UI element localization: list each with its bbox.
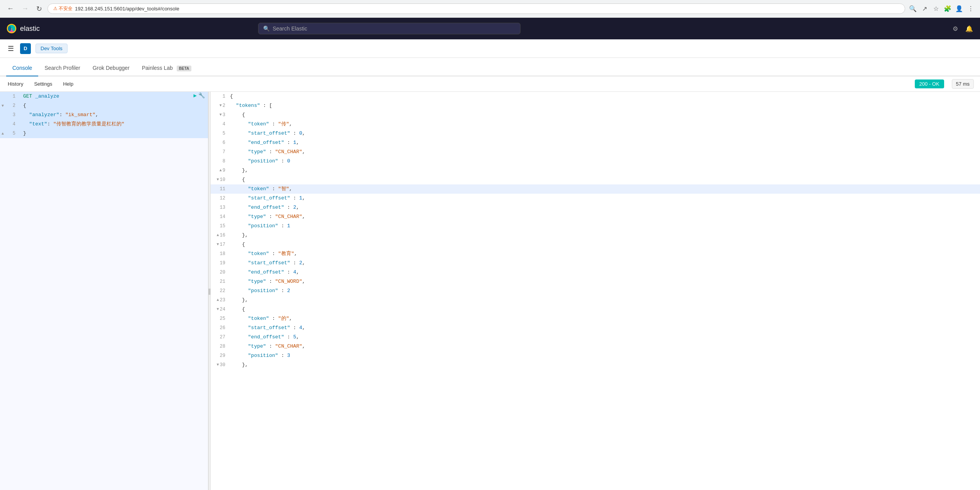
resp-content-25: "token" : "的",: [230, 314, 980, 323]
resp-linenum-28: 28: [211, 342, 230, 351]
settings-icon[interactable]: ⚙: [951, 24, 960, 33]
address-bar[interactable]: ⚠ 不安全 192.168.245.151:5601/app/dev_tools…: [47, 3, 905, 14]
line-number-4: 4: [5, 120, 20, 128]
help-button[interactable]: Help: [61, 80, 75, 88]
elastic-search-bar[interactable]: 🔍 Search Elastic: [258, 23, 520, 34]
fold-btn-2[interactable]: ▼: [2, 104, 4, 108]
resp-line-6: 6 "end_offset" : 1,: [211, 138, 980, 147]
security-warning: ⚠ 不安全: [53, 5, 73, 12]
resp-linenum-16: ▲ 16: [211, 231, 230, 240]
resp-linenum-19: 19: [211, 259, 230, 267]
settings-button[interactable]: Settings: [32, 80, 54, 88]
editor-line-3: 3 "analyzer": "ik_smart",: [0, 110, 208, 120]
resp-line-29: 29 "position" : 3: [211, 351, 980, 360]
profile-icon[interactable]: 👤: [955, 4, 964, 14]
status-badge: 200 - OK: [915, 79, 944, 88]
tab-console[interactable]: Console: [6, 60, 38, 76]
resp-linenum-2: ▼ 2: [211, 101, 230, 110]
resp-line-14: 14 "type" : "CN_CHAR",: [211, 212, 980, 221]
resp-line-30: ▼ 30 },: [211, 360, 980, 370]
resp-linenum-4: 4: [211, 120, 230, 128]
resp-content-5: "start_offset" : 0,: [230, 129, 980, 138]
bookmark-icon[interactable]: ☆: [931, 4, 941, 14]
search-icon[interactable]: 🔍: [908, 4, 917, 14]
notifications-icon[interactable]: 🔔: [965, 24, 974, 33]
svg-point-4: [12, 26, 15, 31]
resp-content-27: "end_offset" : 5,: [230, 333, 980, 341]
fold-2[interactable]: ▼: [220, 101, 222, 110]
resp-content-19: "start_offset" : 2,: [230, 259, 980, 267]
editor-panel[interactable]: 1 GET _analyze ▶ 🔧 ▼ 2 { 3: [0, 92, 208, 490]
tab-grok-debugger-label: Grok Debugger: [93, 65, 130, 71]
fold-btn-5[interactable]: ▲: [2, 132, 4, 136]
forward-button[interactable]: →: [19, 4, 31, 14]
user-avatar[interactable]: D: [20, 43, 31, 54]
resp-line-7: 7 "type" : "CN_CHAR",: [211, 147, 980, 157]
fold-9[interactable]: ▲: [220, 166, 222, 175]
resp-line-1: 1 {: [211, 92, 980, 101]
elastic-logo-text: elastic: [20, 25, 40, 33]
resp-line-19: 19 "start_offset" : 2,: [211, 259, 980, 268]
browser-icons: 🔍 ↗ ☆ 🧩 👤 ⋮: [908, 4, 975, 14]
url-text: 192.168.245.151:5601/app/dev_tools#/cons…: [75, 6, 179, 12]
back-button[interactable]: ←: [5, 4, 16, 14]
search-placeholder: Search Elastic: [273, 25, 307, 32]
resp-line-17: ▼ 17 {: [211, 240, 980, 249]
elastic-logo-icon: [6, 23, 17, 34]
second-bar: ☰ D Dev Tools: [0, 39, 980, 58]
resp-content-15: "position" : 1: [230, 222, 980, 230]
resp-content-28: "type" : "CN_CHAR",: [230, 342, 980, 351]
resp-linenum-25: 25: [211, 314, 230, 323]
reload-button[interactable]: ↻: [34, 4, 44, 14]
line-number-2: 2: [5, 101, 20, 110]
menu-icon[interactable]: ⋮: [966, 4, 975, 14]
resp-linenum-20: 20: [211, 268, 230, 277]
dev-tools-button[interactable]: Dev Tools: [35, 44, 68, 53]
hamburger-button[interactable]: ☰: [6, 43, 15, 54]
fold-17[interactable]: ▼: [217, 240, 219, 249]
resp-line-8: 8 "position" : 0: [211, 157, 980, 166]
fold-30[interactable]: ▼: [217, 361, 219, 369]
resp-line-13: 13 "end_offset" : 2,: [211, 203, 980, 212]
extension-icon[interactable]: 🧩: [943, 4, 952, 14]
play-button[interactable]: ▶: [194, 92, 197, 99]
line-number-3: 3: [5, 111, 20, 119]
fold-23[interactable]: ▲: [217, 296, 219, 304]
resp-line-15: 15 "position" : 1: [211, 221, 980, 231]
resp-content-6: "end_offset" : 1,: [230, 139, 980, 147]
toolbar: History Settings Help 200 - OK 57 ms: [0, 76, 980, 92]
line-number-1: 1: [5, 92, 20, 101]
resp-content-17: {: [230, 240, 980, 249]
line-content-5: }: [23, 129, 208, 138]
fold-24[interactable]: ▼: [217, 305, 219, 314]
tab-search-profiler[interactable]: Search Profiler: [38, 60, 86, 76]
resp-linenum-8: 8: [211, 157, 230, 166]
tab-painless-lab[interactable]: Painless Lab BETA: [136, 60, 198, 76]
resp-linenum-27: 27: [211, 333, 230, 341]
history-button[interactable]: History: [6, 80, 25, 88]
resp-content-3: {: [230, 111, 980, 119]
elastic-topbar: elastic 🔍 Search Elastic ⚙ 🔔: [0, 18, 980, 39]
resp-content-7: "type" : "CN_CHAR",: [230, 148, 980, 156]
tab-grok-debugger[interactable]: Grok Debugger: [86, 60, 136, 76]
resp-line-18: 18 "token" : "教育",: [211, 249, 980, 259]
fold-16[interactable]: ▲: [217, 231, 219, 240]
editor-line-1: 1 GET _analyze ▶ 🔧: [0, 92, 208, 101]
fold-10[interactable]: ▼: [217, 176, 219, 184]
tabs-bar: Console Search Profiler Grok Debugger Pa…: [0, 58, 980, 76]
resp-line-9: ▲ 9 },: [211, 166, 980, 175]
line-content-4: "text": "传智教育的教学质量是杠杠的": [23, 120, 208, 128]
time-badge: 57 ms: [952, 79, 974, 89]
resp-content-26: "start_offset" : 4,: [230, 324, 980, 332]
resp-linenum-17: ▼ 17: [211, 240, 230, 249]
share-icon[interactable]: ↗: [920, 4, 929, 14]
resp-line-4: 4 "token" : "传",: [211, 120, 980, 129]
resp-linenum-3: ▼ 3: [211, 111, 230, 119]
response-panel[interactable]: 1 { ▼ 2 "tokens" : [ ▼ 3 { 4 "token" : "…: [211, 92, 980, 490]
wrench-button[interactable]: 🔧: [198, 92, 205, 99]
resp-linenum-21: 21: [211, 277, 230, 286]
resp-content-24: {: [230, 305, 980, 314]
resp-content-16: },: [230, 231, 980, 240]
fold-3[interactable]: ▼: [220, 111, 222, 119]
line-content-3: "analyzer": "ik_smart",: [23, 111, 208, 119]
